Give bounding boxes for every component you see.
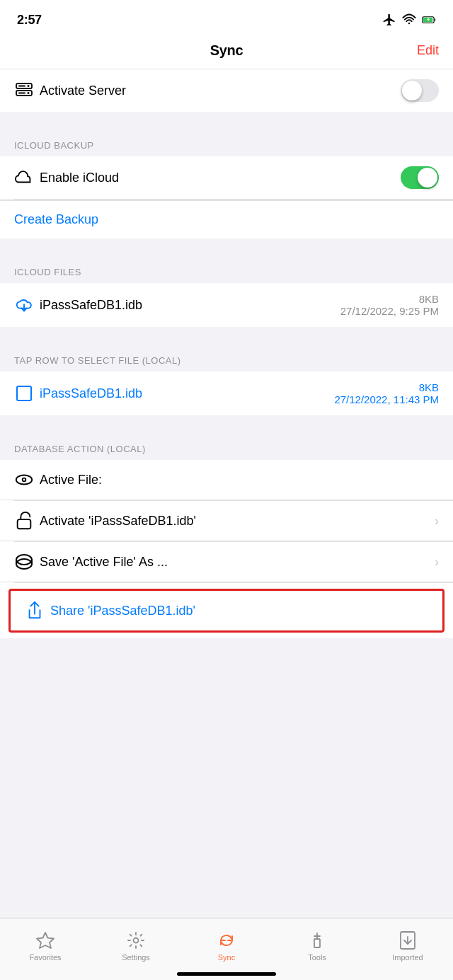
enable-icloud-toggle[interactable]	[401, 166, 439, 189]
separator-4	[0, 415, 453, 430]
tab-favorites-label: Favorites	[29, 953, 61, 962]
eye-icon	[14, 470, 40, 490]
icloud-file-meta: 8KB 27/12/2022, 9:25 PM	[340, 293, 439, 317]
sync-icon	[217, 930, 236, 950]
star-icon	[35, 930, 55, 950]
svg-rect-10	[17, 386, 31, 400]
gear-icon	[126, 930, 146, 950]
icloud-files-section: ICLOUD FILES iPassSafeDB1.idb 8KB 27/12/…	[0, 253, 453, 327]
activate-file-row[interactable]: Activate 'iPassSafeDB1.idb' ›	[0, 501, 453, 541]
status-time: 2:57	[17, 13, 42, 28]
active-file-row: Active File:	[0, 460, 453, 500]
tab-imported[interactable]: Imported	[362, 930, 453, 962]
share-file-row[interactable]: Share 'iPassSafeDB1.idb'	[8, 589, 445, 633]
local-file-row[interactable]: iPassSafeDB1.idb 8KB 27/12/2022, 11:43 P…	[0, 371, 453, 415]
activate-file-label: Activate 'iPassSafeDB1.idb'	[40, 514, 429, 529]
save-file-row[interactable]: Save 'Active File' As ... ›	[0, 542, 453, 582]
database-action-header: DATABASE ACTION (LOCAL)	[0, 430, 453, 460]
svg-rect-21	[314, 939, 320, 947]
create-backup-row[interactable]: Create Backup	[0, 200, 453, 238]
tab-favorites[interactable]: Favorites	[0, 930, 91, 962]
home-indicator	[177, 972, 276, 976]
local-file-icon	[14, 384, 40, 403]
separator-2	[0, 238, 453, 253]
activate-server-toggle[interactable]	[401, 79, 439, 102]
local-files-section: TAP ROW TO SELECT FILE (LOCAL) iPassSafe…	[0, 341, 453, 415]
active-file-label: Active File:	[40, 473, 439, 488]
status-icons	[382, 13, 436, 27]
separator-3	[0, 327, 453, 341]
separator-5	[0, 638, 453, 652]
nav-title: Sync	[210, 42, 243, 59]
cloud-icon	[14, 168, 40, 188]
svg-rect-14	[18, 519, 31, 529]
status-bar: 2:57	[0, 0, 453, 35]
edit-button[interactable]: Edit	[417, 43, 439, 58]
tab-tools-label: Tools	[308, 953, 326, 962]
wifi-icon	[402, 13, 416, 27]
icloud-backup-header: ICLOUD BACKUP	[0, 126, 453, 156]
share-icon	[25, 601, 50, 621]
create-backup-link[interactable]: Create Backup	[14, 212, 98, 226]
tab-imported-label: Imported	[392, 953, 423, 962]
icloud-backup-section: ICLOUD BACKUP Enable iCloud Create Backu…	[0, 126, 453, 238]
separator-1	[0, 112, 453, 126]
tab-settings[interactable]: Settings	[91, 930, 181, 962]
chevron-icon-1: ›	[435, 514, 439, 529]
activate-server-label: Activate Server	[40, 83, 401, 98]
local-files-header: TAP ROW TO SELECT FILE (LOCAL)	[0, 341, 453, 371]
tab-bar: Favorites Settings Sync Tools	[0, 918, 453, 980]
local-file-meta: 8KB 27/12/2022, 11:43 PM	[334, 381, 439, 405]
activate-server-row[interactable]: Activate Server	[0, 69, 453, 112]
icloud-file-date: 27/12/2022, 9:25 PM	[340, 305, 439, 317]
separator-6	[0, 652, 453, 667]
svg-point-13	[23, 479, 25, 481]
chevron-icon-2: ›	[435, 555, 439, 570]
icloud-file-size: 8KB	[419, 293, 439, 305]
battery-icon	[422, 13, 436, 27]
server-icon	[14, 81, 40, 100]
enable-icloud-label: Enable iCloud	[40, 171, 401, 185]
icloud-filename: iPassSafeDB1.idb	[40, 298, 340, 313]
tools-icon	[307, 930, 327, 950]
share-file-label: Share 'iPassSafeDB1.idb'	[50, 604, 428, 618]
save-file-label: Save 'Active File' As ...	[40, 555, 429, 570]
activate-server-section: Activate Server	[0, 69, 453, 112]
svg-point-20	[134, 938, 139, 942]
cloud-download-icon	[14, 295, 40, 315]
tab-sync-label: Sync	[218, 953, 235, 962]
svg-point-6	[28, 92, 30, 94]
tab-sync[interactable]: Sync	[181, 930, 272, 962]
tab-settings-label: Settings	[122, 953, 150, 962]
icloud-file-row[interactable]: iPassSafeDB1.idb 8KB 27/12/2022, 9:25 PM	[0, 283, 453, 327]
local-file-size: 8KB	[419, 381, 439, 393]
svg-marker-19	[37, 933, 54, 948]
database-action-section: DATABASE ACTION (LOCAL) Active File:	[0, 430, 453, 638]
local-filename: iPassSafeDB1.idb	[40, 386, 334, 401]
imported-icon	[398, 930, 418, 950]
svg-point-5	[28, 85, 30, 87]
tab-tools[interactable]: Tools	[272, 930, 362, 962]
save-icon	[14, 552, 40, 572]
local-file-date: 27/12/2022, 11:43 PM	[334, 393, 439, 405]
airplane-icon	[382, 13, 396, 27]
enable-icloud-row[interactable]: Enable iCloud	[0, 156, 453, 200]
svg-point-0	[408, 23, 411, 25]
unlock-icon	[14, 511, 40, 531]
nav-bar: Sync Edit	[0, 35, 453, 69]
icloud-files-header: ICLOUD FILES	[0, 253, 453, 283]
